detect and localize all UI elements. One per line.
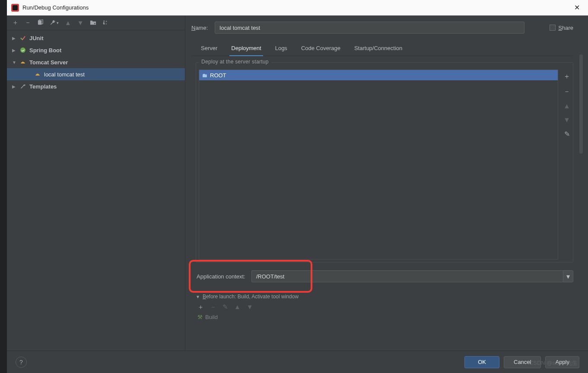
footer: ? OK Cancel Apply — [7, 351, 588, 373]
name-row: Name: Share — [191, 22, 573, 34]
collapse-icon: ▼ — [196, 294, 200, 299]
main-panel: Name: Share Server Deployment Logs Code … — [185, 16, 588, 351]
folder-icon: 🖿 — [202, 72, 207, 79]
tab-logs[interactable]: Logs — [274, 41, 288, 56]
move-up-icon: ▲ — [65, 19, 71, 26]
application-context-row: Application context: ▾ — [197, 270, 573, 282]
checkbox-icon — [550, 25, 556, 31]
name-label: Name: — [191, 25, 208, 31]
edit-deploy-icon[interactable]: ✎ — [564, 130, 570, 138]
application-context-input[interactable] — [251, 270, 563, 282]
run-debug-dialog: Run/Debug Configurations ✕ ＋ － ▾ ▲ ▼ — [7, 0, 588, 373]
move-down-deploy-icon: ▼ — [563, 116, 570, 124]
ambient-strip — [0, 0, 7, 373]
add-icon[interactable]: ＋ — [12, 19, 19, 27]
sidebar-toolbar: ＋ － ▾ ▲ ▼ az — [7, 16, 185, 30]
edit-task-icon: ✎ — [222, 303, 228, 311]
tomcat-icon — [19, 59, 27, 65]
move-down-icon: ▼ — [77, 19, 84, 26]
add-task-icon[interactable]: ＋ — [197, 303, 204, 311]
task-label: Build — [205, 314, 218, 320]
help-button[interactable]: ? — [16, 357, 27, 368]
expand-icon: ▶ — [12, 36, 18, 41]
deploy-item-label: ROOT — [210, 72, 226, 79]
deploy-item-root[interactable]: 🖿 ROOT — [199, 70, 558, 80]
tab-deployment[interactable]: Deployment — [230, 41, 262, 56]
dropdown-button[interactable]: ▾ — [563, 270, 573, 282]
titlebar: Run/Debug Configurations ✕ — [7, 0, 588, 16]
remove-task-icon: － — [210, 303, 216, 311]
apply-button[interactable]: Apply — [545, 356, 579, 368]
tree-item-spring-boot[interactable]: ▶ Spring Boot — [7, 44, 185, 56]
tree-item-local-tomcat-test[interactable]: local tomcat test — [7, 68, 185, 80]
before-launch-toolbar: ＋ － ✎ ▲ ▼ — [196, 303, 573, 311]
cancel-button[interactable]: Cancel — [504, 356, 541, 368]
remove-icon[interactable]: － — [25, 19, 31, 27]
deploy-group: Deploy at the server startup 🖿 ROOT ＋ － … — [196, 62, 573, 262]
deploy-list[interactable]: 🖿 ROOT — [199, 70, 558, 259]
move-up-deploy-icon: ▲ — [563, 102, 570, 110]
move-up-task-icon: ▲ — [234, 303, 241, 311]
sidebar: ＋ － ▾ ▲ ▼ az ▶ — [7, 16, 185, 351]
copy-icon[interactable] — [37, 19, 44, 26]
junit-icon — [19, 35, 27, 41]
tab-server[interactable]: Server — [200, 41, 218, 56]
wrench-icon — [19, 83, 27, 89]
before-launch-section: ▼ Before launch: Build, Activate tool wi… — [196, 294, 573, 320]
name-input[interactable] — [215, 22, 524, 34]
svg-point-6 — [23, 61, 24, 62]
collapse-icon: ▼ — [12, 60, 18, 65]
application-context-label: Application context: — [197, 273, 245, 280]
tree-item-junit[interactable]: ▶ JUnit — [7, 32, 185, 44]
expand-icon: ▶ — [12, 84, 18, 89]
application-context-combo: ▾ — [251, 270, 573, 282]
tree-label: local tomcat test — [44, 71, 85, 78]
task-build[interactable]: ⚒ Build — [196, 314, 573, 320]
tomcat-local-icon — [34, 71, 41, 77]
tree-label: Spring Boot — [29, 47, 61, 54]
remove-deploy-icon[interactable]: － — [563, 87, 570, 96]
svg-point-4 — [20, 47, 25, 53]
app-icon — [11, 4, 19, 12]
tree-label: Templates — [29, 83, 57, 90]
share-checkbox[interactable]: Share — [550, 25, 573, 31]
svg-point-5 — [22, 61, 22, 62]
scrollbar-thumb[interactable] — [579, 54, 583, 154]
tab-code-coverage[interactable]: Code Coverage — [300, 41, 341, 56]
dialog-body: ＋ － ▾ ▲ ▼ az ▶ — [7, 16, 588, 351]
deploy-actions: ＋ － ▲ ▼ ✎ — [561, 67, 573, 262]
window-title: Run/Debug Configurations — [22, 4, 570, 11]
spring-icon — [19, 47, 27, 53]
expand-icon: ▶ — [12, 48, 18, 53]
tab-startup-connection[interactable]: Startup/Connection — [353, 41, 403, 56]
tabs: Server Deployment Logs Code Coverage Sta… — [191, 41, 573, 56]
add-deploy-icon[interactable]: ＋ — [563, 72, 570, 81]
config-tree: ▶ JUnit ▶ Spring Boot ▼ Tomcat Server lo… — [7, 30, 185, 351]
sort-icon[interactable]: az — [102, 19, 109, 26]
move-down-task-icon: ▼ — [247, 303, 253, 311]
before-launch-header[interactable]: ▼ Before launch: Build, Activate tool wi… — [196, 294, 573, 300]
tree-item-tomcat[interactable]: ▼ Tomcat Server — [7, 56, 185, 68]
wrench-icon[interactable]: ▾ — [50, 19, 59, 26]
svg-text:z: z — [105, 22, 107, 25]
tree-item-templates[interactable]: ▶ Templates — [7, 80, 185, 92]
svg-text:a: a — [105, 20, 107, 22]
ok-button[interactable]: OK — [464, 356, 499, 368]
tree-label: Tomcat Server — [29, 59, 68, 66]
scrollbar[interactable] — [579, 54, 583, 319]
hammer-icon: ⚒ — [197, 314, 203, 320]
folder-move-icon[interactable] — [90, 19, 96, 26]
deploy-legend: Deploy at the server startup — [199, 59, 271, 65]
tree-label: JUnit — [29, 35, 44, 41]
close-button[interactable]: ✕ — [570, 3, 584, 12]
